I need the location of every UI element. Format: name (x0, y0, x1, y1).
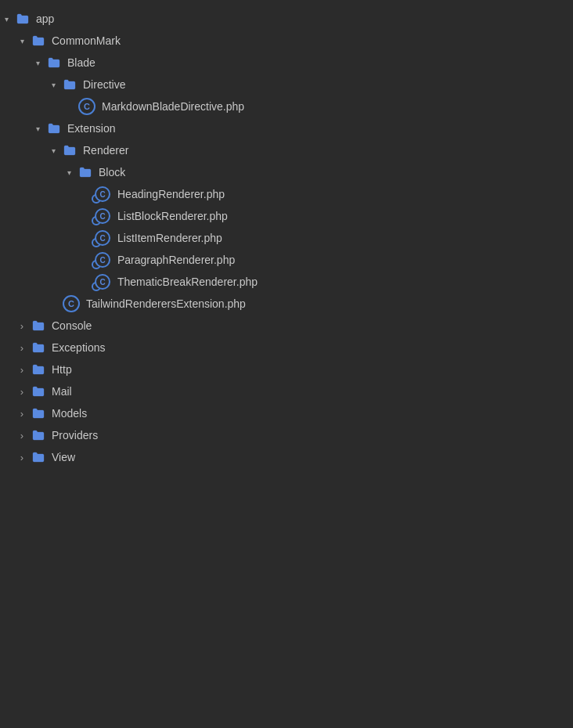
tree-item-exceptions[interactable]: Exceptions (0, 337, 573, 359)
php-class-icon: C (92, 207, 114, 225)
php-class-icon: C (62, 294, 81, 313)
tree-item-commonmark[interactable]: CommonMark (0, 30, 573, 52)
folder-icon (31, 384, 45, 398)
tree-item-app[interactable]: app (0, 8, 573, 30)
item-label: MarkdownBladeDirective.php (102, 100, 244, 113)
item-label: Exceptions (52, 341, 105, 354)
php-class-icon: C (92, 229, 114, 247)
tree-item-extension[interactable]: Extension (0, 117, 573, 139)
tree-item-console[interactable]: Console (0, 315, 573, 337)
item-label: Block (99, 166, 125, 178)
folder-icon (63, 77, 77, 92)
item-label: Models (52, 407, 87, 420)
tree-item-directive[interactable]: Directive (0, 74, 573, 96)
tree-item-headingrenderer[interactable]: C HeadingRenderer.php (0, 183, 573, 205)
item-label: ListBlockRenderer.php (117, 210, 228, 222)
folder-icon (31, 428, 45, 442)
item-label: ParagraphRenderer.php (117, 254, 235, 266)
file-tree: app CommonMark Blade Directive C Markdow… (0, 0, 573, 476)
chevron-down-icon[interactable] (16, 34, 28, 47)
item-label: Directive (83, 78, 125, 91)
folder-icon (31, 450, 45, 464)
folder-icon (78, 165, 92, 179)
chevron-right-icon[interactable] (16, 407, 28, 420)
chevron-right-icon[interactable] (16, 363, 28, 376)
folder-icon (31, 362, 45, 377)
item-label: TailwindRenderersExtension.php (86, 297, 246, 310)
chevron-down-icon[interactable] (47, 144, 59, 157)
folder-icon (31, 319, 45, 333)
chevron-down-icon[interactable] (63, 166, 75, 178)
item-label: Http (52, 363, 72, 376)
folder-icon (31, 34, 45, 48)
php-class-icon: C (77, 97, 96, 116)
tree-item-listitemrenderer[interactable]: C ListItemRenderer.php (0, 227, 573, 249)
php-class-icon: C (92, 185, 114, 204)
item-label: HeadingRenderer.php (117, 188, 225, 200)
item-label: CommonMark (52, 34, 121, 47)
tree-item-paragraphrenderer[interactable]: C ParagraphRenderer.php (0, 249, 573, 271)
tree-item-blade[interactable]: Blade (0, 52, 573, 74)
item-label: app (36, 13, 54, 25)
item-label: ListItemRenderer.php (117, 232, 222, 244)
item-label: Mail (52, 385, 72, 398)
tree-item-renderer[interactable]: Renderer (0, 139, 573, 161)
chevron-down-icon[interactable] (31, 122, 44, 135)
item-label: Renderer (83, 144, 128, 157)
php-class-icon: C (92, 250, 114, 269)
item-label: ThematicBreakRenderer.php (117, 276, 258, 288)
folder-icon (31, 406, 45, 420)
item-label: Console (52, 319, 92, 332)
folder-icon (31, 341, 45, 355)
php-class-icon: C (92, 272, 114, 291)
chevron-down-icon[interactable] (31, 56, 44, 69)
folder-icon (47, 56, 61, 70)
tree-item-block[interactable]: Block (0, 161, 573, 183)
item-label: Blade (67, 56, 96, 69)
chevron-down-icon[interactable] (0, 13, 13, 25)
folder-icon (47, 121, 61, 135)
item-label: Extension (67, 122, 115, 135)
tree-item-mail[interactable]: Mail (0, 380, 573, 402)
tree-item-listblockrenderer[interactable]: C ListBlockRenderer.php (0, 205, 573, 227)
chevron-down-icon[interactable] (47, 78, 59, 91)
tree-item-tailwindextension[interactable]: C TailwindRenderersExtension.php (0, 293, 573, 315)
chevron-right-icon[interactable] (16, 451, 28, 463)
chevron-right-icon[interactable] (16, 341, 28, 354)
tree-item-providers[interactable]: Providers (0, 424, 573, 446)
item-label: View (52, 451, 75, 463)
folder-icon (16, 12, 30, 26)
tree-item-thematicbreakrenderer[interactable]: C ThematicBreakRenderer.php (0, 271, 573, 293)
tree-item-view[interactable]: View (0, 446, 573, 468)
chevron-right-icon[interactable] (16, 429, 28, 441)
chevron-right-icon[interactable] (16, 319, 28, 332)
item-label: Providers (52, 429, 98, 441)
tree-item-http[interactable]: Http (0, 359, 573, 380)
tree-item-models[interactable]: Models (0, 402, 573, 424)
tree-item-markdownbladedirective[interactable]: C MarkdownBladeDirective.php (0, 96, 573, 117)
chevron-right-icon[interactable] (16, 385, 28, 398)
folder-icon (63, 143, 77, 157)
